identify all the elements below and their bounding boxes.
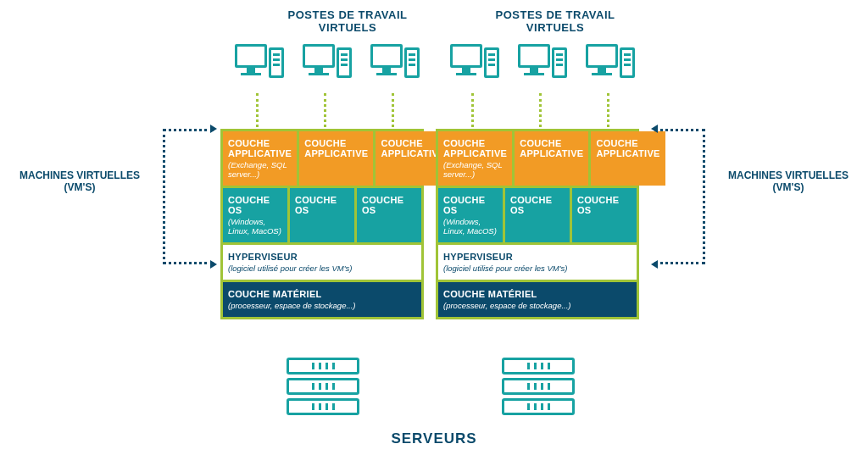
workstation-icon	[586, 44, 635, 86]
label-workstations-left: POSTES DE TRAVAIL VIRTUELS	[275, 8, 420, 34]
layer-os: COUCHE OS	[572, 188, 637, 242]
arrow-icon	[210, 260, 217, 269]
server-rack-right	[502, 358, 575, 415]
server-icon	[502, 398, 575, 415]
layer-os: COUCHE OS	[505, 188, 572, 242]
workstation-icon	[235, 44, 284, 86]
connector-dotted	[392, 93, 394, 127]
label-vms-right: MACHINES VIRTUELLES(VM'S)	[712, 169, 865, 193]
server-icon	[287, 358, 359, 375]
layer-os: COUCHE OS	[357, 188, 421, 242]
layer-applicative: COUCHE APPLICATIVE(Exchange, SQL server.…	[223, 131, 299, 186]
vm-stack-left: COUCHE APPLICATIVE(Exchange, SQL server.…	[220, 129, 424, 319]
workstation-icon	[518, 44, 567, 86]
connector-dotted	[607, 93, 609, 127]
workstation-group-left	[235, 44, 420, 86]
layer-os: COUCHE OS(Windows, Linux, MacOS)	[223, 188, 290, 242]
layer-hypervisor: HYPERVISEUR(logiciel utilisé pour créer …	[438, 245, 637, 280]
connector-dotted	[471, 93, 474, 127]
vm-stack-right: COUCHE APPLICATIVE(Exchange, SQL server.…	[436, 129, 639, 319]
bracket-right	[654, 129, 705, 264]
workstation-group-right	[450, 44, 635, 86]
arrow-icon	[210, 125, 217, 133]
arrow-icon	[651, 125, 658, 133]
layer-applicative: COUCHE APPLICATIVE(Exchange, SQL server.…	[438, 131, 515, 186]
server-icon	[502, 378, 575, 395]
server-icon	[502, 358, 575, 375]
layer-os: COUCHE OS(Windows, Linux, MacOS)	[438, 188, 505, 242]
server-icon	[287, 378, 359, 395]
label-vms-left: MACHINES VIRTUELLES(VM'S)	[3, 169, 156, 193]
layer-applicative: COUCHE APPLICATIVE	[299, 131, 376, 186]
layer-applicative: COUCHE APPLICATIVE	[515, 131, 591, 186]
layer-hardware: COUCHE MATÉRIEL(processeur, espace de st…	[438, 282, 637, 317]
layer-hardware: COUCHE MATÉRIEL(processeur, espace de st…	[223, 282, 421, 317]
server-icon	[287, 398, 359, 415]
layer-hypervisor: HYPERVISEUR(logiciel utilisé pour créer …	[223, 245, 421, 280]
connector-dotted	[539, 93, 542, 127]
label-servers: SERVEURS	[0, 430, 868, 447]
arrow-icon	[651, 260, 658, 269]
label-workstations-right: POSTES DE TRAVAIL VIRTUELS	[483, 8, 627, 34]
bracket-left	[163, 129, 214, 264]
workstation-icon	[370, 44, 420, 86]
connector-dotted	[256, 93, 259, 127]
layer-os: COUCHE OS	[290, 188, 357, 242]
workstation-icon	[303, 44, 352, 86]
server-rack-left	[287, 358, 359, 415]
connector-dotted	[324, 93, 326, 127]
workstation-icon	[450, 44, 499, 86]
